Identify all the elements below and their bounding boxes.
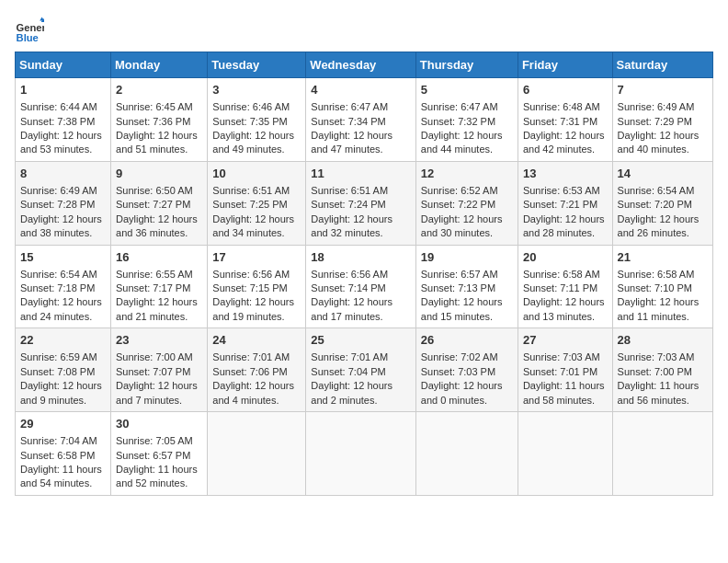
- day-number: 9: [116, 166, 202, 182]
- header-sunday: Sunday: [16, 52, 111, 78]
- sunset: Sunset: 7:25 PM: [212, 199, 287, 210]
- sunset: Sunset: 7:10 PM: [618, 282, 692, 293]
- daylight: Daylight: 11 hours and 54 minutes.: [20, 464, 102, 488]
- calendar-cell: 2Sunrise: 6:45 AMSunset: 7:36 PMDaylight…: [111, 78, 208, 162]
- sunset: Sunset: 7:14 PM: [311, 282, 385, 293]
- sunset: Sunset: 7:27 PM: [116, 199, 190, 210]
- daylight: Daylight: 12 hours and 40 minutes.: [618, 130, 700, 155]
- calendar-cell: 17Sunrise: 6:56 AMSunset: 7:15 PMDayligh…: [208, 245, 306, 328]
- day-number: 8: [20, 166, 106, 182]
- day-number: 19: [421, 249, 513, 266]
- sunrise: Sunrise: 6:54 AM: [20, 269, 97, 280]
- day-number: 1: [20, 82, 106, 98]
- sunrise: Sunrise: 7:01 AM: [311, 351, 388, 362]
- day-number: 14: [618, 166, 708, 182]
- day-number: 23: [116, 332, 202, 349]
- daylight: Daylight: 12 hours and 30 minutes.: [421, 213, 503, 238]
- week-row-4: 22Sunrise: 6:59 AMSunset: 7:08 PMDayligh…: [16, 328, 713, 412]
- calendar-cell: 15Sunrise: 6:54 AMSunset: 7:18 PMDayligh…: [16, 245, 111, 328]
- sunset: Sunset: 7:07 PM: [116, 366, 190, 377]
- sunrise: Sunrise: 7:00 AM: [116, 351, 193, 362]
- sunrise: Sunrise: 6:46 AM: [212, 101, 290, 112]
- sunrise: Sunrise: 7:01 AM: [212, 351, 290, 362]
- daylight: Daylight: 12 hours and 11 minutes.: [618, 296, 700, 321]
- daylight: Daylight: 12 hours and 38 minutes.: [20, 213, 102, 238]
- day-number: 4: [311, 82, 410, 98]
- daylight: Daylight: 12 hours and 53 minutes.: [20, 130, 102, 155]
- sunset: Sunset: 7:34 PM: [311, 116, 385, 127]
- calendar-cell: 16Sunrise: 6:55 AMSunset: 7:17 PMDayligh…: [111, 245, 208, 328]
- daylight: Daylight: 11 hours and 52 minutes.: [116, 464, 198, 488]
- day-number: 10: [212, 166, 301, 182]
- sunset: Sunset: 7:29 PM: [618, 116, 692, 127]
- sunrise: Sunrise: 6:56 AM: [212, 269, 290, 280]
- sunset: Sunset: 7:11 PM: [523, 282, 597, 293]
- day-number: 5: [421, 82, 513, 98]
- sunrise: Sunrise: 6:51 AM: [311, 185, 388, 196]
- daylight: Daylight: 11 hours and 56 minutes.: [618, 380, 700, 405]
- calendar-cell: 14Sunrise: 6:54 AMSunset: 7:20 PMDayligh…: [612, 161, 712, 245]
- daylight: Daylight: 12 hours and 19 minutes.: [212, 296, 294, 321]
- calendar-table: SundayMondayTuesdayWednesdayThursdayFrid…: [15, 52, 713, 496]
- calendar-cell: 27Sunrise: 7:03 AMSunset: 7:01 PMDayligh…: [518, 328, 612, 412]
- week-row-1: 1Sunrise: 6:44 AMSunset: 7:38 PMDaylight…: [16, 78, 713, 162]
- sunset: Sunset: 7:20 PM: [618, 199, 692, 210]
- sunrise: Sunrise: 7:04 AM: [20, 435, 97, 446]
- calendar-cell: 3Sunrise: 6:46 AMSunset: 7:35 PMDaylight…: [208, 78, 306, 162]
- sunrise: Sunrise: 6:53 AM: [523, 185, 600, 196]
- sunset: Sunset: 7:01 PM: [523, 366, 597, 377]
- sunset: Sunset: 7:15 PM: [212, 282, 287, 293]
- week-row-3: 15Sunrise: 6:54 AMSunset: 7:18 PMDayligh…: [16, 245, 713, 328]
- sunrise: Sunrise: 6:49 AM: [20, 185, 97, 196]
- week-row-2: 8Sunrise: 6:49 AMSunset: 7:28 PMDaylight…: [16, 161, 713, 245]
- day-number: 26: [421, 332, 513, 349]
- day-number: 25: [311, 332, 410, 349]
- sunset: Sunset: 7:08 PM: [20, 366, 95, 377]
- daylight: Daylight: 12 hours and 0 minutes.: [421, 380, 503, 405]
- calendar-cell: [415, 412, 518, 496]
- sunset: Sunset: 6:57 PM: [116, 450, 190, 461]
- calendar-cell: 1Sunrise: 6:44 AMSunset: 7:38 PMDaylight…: [16, 78, 111, 162]
- day-number: 18: [311, 249, 410, 266]
- sunset: Sunset: 7:17 PM: [116, 282, 190, 293]
- sunset: Sunset: 7:35 PM: [212, 116, 287, 127]
- sunset: Sunset: 7:00 PM: [618, 366, 692, 377]
- header-row: SundayMondayTuesdayWednesdayThursdayFrid…: [16, 52, 713, 78]
- calendar-cell: 21Sunrise: 6:58 AMSunset: 7:10 PMDayligh…: [612, 245, 712, 328]
- sunrise: Sunrise: 7:03 AM: [523, 351, 600, 362]
- header-tuesday: Tuesday: [208, 52, 306, 78]
- day-number: 2: [116, 82, 202, 98]
- calendar-cell: 24Sunrise: 7:01 AMSunset: 7:06 PMDayligh…: [208, 328, 306, 412]
- calendar-cell: 22Sunrise: 6:59 AMSunset: 7:08 PMDayligh…: [16, 328, 111, 412]
- sunset: Sunset: 7:36 PM: [116, 116, 190, 127]
- header-wednesday: Wednesday: [306, 52, 415, 78]
- svg-text:General: General: [17, 22, 44, 33]
- day-number: 13: [523, 166, 608, 182]
- daylight: Daylight: 12 hours and 47 minutes.: [311, 130, 392, 155]
- day-number: 15: [20, 249, 106, 266]
- sunrise: Sunrise: 6:49 AM: [618, 101, 695, 112]
- sunrise: Sunrise: 6:48 AM: [523, 101, 600, 112]
- day-number: 24: [212, 332, 301, 349]
- sunrise: Sunrise: 6:45 AM: [116, 101, 193, 112]
- header-saturday: Saturday: [612, 52, 712, 78]
- day-number: 30: [116, 416, 202, 432]
- daylight: Daylight: 12 hours and 15 minutes.: [421, 296, 503, 321]
- calendar-cell: [518, 412, 612, 496]
- calendar-cell: 26Sunrise: 7:02 AMSunset: 7:03 PMDayligh…: [415, 328, 518, 412]
- daylight: Daylight: 12 hours and 4 minutes.: [212, 380, 294, 405]
- calendar-cell: 30Sunrise: 7:05 AMSunset: 6:57 PMDayligh…: [111, 412, 208, 496]
- calendar-cell: 19Sunrise: 6:57 AMSunset: 7:13 PMDayligh…: [415, 245, 518, 328]
- day-number: 7: [618, 82, 708, 98]
- svg-text:Blue: Blue: [17, 32, 39, 43]
- sunrise: Sunrise: 6:44 AM: [20, 101, 97, 112]
- sunrise: Sunrise: 6:57 AM: [421, 269, 498, 280]
- calendar-cell: 7Sunrise: 6:49 AMSunset: 7:29 PMDaylight…: [612, 78, 712, 162]
- day-number: 17: [212, 249, 301, 266]
- sunset: Sunset: 7:13 PM: [421, 282, 495, 293]
- sunrise: Sunrise: 6:52 AM: [421, 185, 498, 196]
- day-number: 27: [523, 332, 608, 349]
- sunset: Sunset: 7:22 PM: [421, 199, 495, 210]
- calendar-cell: 29Sunrise: 7:04 AMSunset: 6:58 PMDayligh…: [16, 412, 111, 496]
- day-number: 22: [20, 332, 106, 349]
